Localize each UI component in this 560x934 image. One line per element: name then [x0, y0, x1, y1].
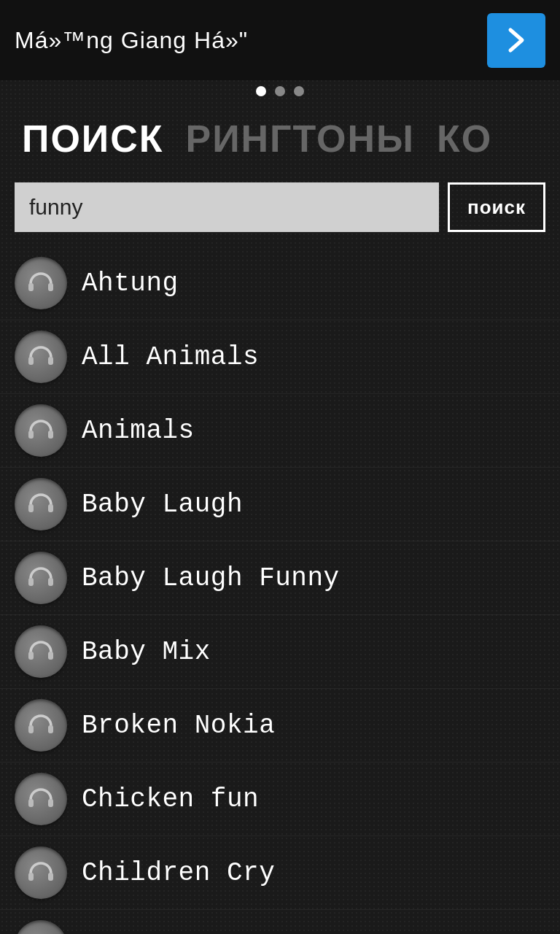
headphone-icon [15, 331, 67, 383]
list-item[interactable]: Ahtung [0, 247, 560, 320]
next-button[interactable] [487, 13, 545, 68]
headphone-icon [15, 920, 67, 934]
item-title: Chicken fun [82, 784, 259, 814]
svg-rect-11 [48, 652, 53, 660]
results-list: Ahtung All Animals Animals [0, 247, 560, 934]
svg-rect-10 [28, 652, 34, 660]
dot-2 [275, 86, 285, 96]
search-button[interactable]: поиск [448, 182, 545, 232]
tab-ko[interactable]: КО [437, 117, 492, 161]
headphone-icon [15, 773, 67, 825]
headphone-icon [15, 699, 67, 752]
list-item[interactable]: Broken Nokia [0, 689, 560, 763]
item-title: Children Cry [82, 858, 275, 888]
list-item[interactable]: Animals [0, 394, 560, 468]
item-title: Broken Nokia [82, 711, 275, 741]
list-item[interactable]: Baby Laugh [0, 468, 560, 541]
svg-rect-3 [48, 357, 53, 365]
item-title: Baby Laugh [82, 490, 243, 520]
svg-rect-17 [48, 873, 53, 881]
tab-ringtones[interactable]: РИНГТОНЫ [186, 117, 415, 161]
list-item[interactable]: All Animals [0, 320, 560, 394]
svg-rect-14 [28, 799, 34, 807]
headphone-icon [15, 846, 67, 899]
svg-rect-5 [48, 431, 53, 439]
page-title: Má»™ng Giang Há»" [15, 27, 248, 54]
list-item[interactable]: Children Funny [0, 910, 560, 934]
tab-search[interactable]: ПОИСК [22, 117, 164, 161]
svg-rect-8 [28, 578, 34, 586]
svg-rect-6 [28, 504, 34, 512]
svg-rect-1 [48, 283, 53, 291]
svg-rect-15 [48, 799, 53, 807]
list-item[interactable]: Chicken fun [0, 763, 560, 836]
svg-rect-9 [48, 578, 53, 586]
headphone-icon [15, 552, 67, 604]
item-title: Animals [82, 416, 195, 446]
svg-rect-12 [28, 725, 34, 733]
headphone-icon [15, 257, 67, 309]
headphone-icon [15, 404, 67, 457]
headphone-icon [15, 478, 67, 530]
top-bar: Má»™ng Giang Há»" [0, 0, 560, 80]
list-item[interactable]: Baby Mix [0, 615, 560, 689]
search-input[interactable] [15, 182, 439, 232]
item-title: Baby Mix [82, 637, 211, 667]
dot-3 [294, 86, 304, 96]
svg-rect-13 [48, 725, 53, 733]
chevron-right-icon [502, 26, 531, 55]
page-dots [0, 80, 560, 102]
item-title: Baby Laugh Funny [82, 563, 340, 593]
item-title: Children Funny [82, 932, 307, 935]
main-content: ПОИСК РИНГТОНЫ КО поиск Ahtung [0, 102, 560, 934]
headphone-icon [15, 625, 67, 678]
svg-rect-2 [28, 357, 34, 365]
svg-rect-16 [28, 873, 34, 881]
list-item[interactable]: Baby Laugh Funny [0, 541, 560, 615]
item-title: Ahtung [82, 269, 179, 298]
item-title: All Animals [82, 342, 259, 372]
svg-rect-4 [28, 431, 34, 439]
tab-navigation: ПОИСК РИНГТОНЫ КО [0, 117, 560, 161]
search-bar: поиск [0, 182, 560, 232]
list-item[interactable]: Children Cry [0, 836, 560, 910]
svg-rect-0 [28, 283, 34, 291]
dot-1 [256, 86, 266, 96]
svg-rect-7 [48, 504, 53, 512]
